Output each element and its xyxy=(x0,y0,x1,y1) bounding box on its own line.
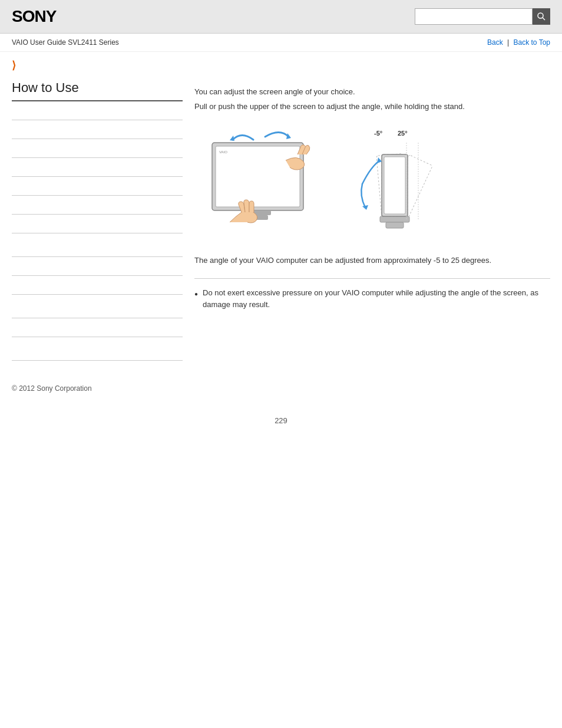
search-area xyxy=(415,8,550,25)
breadcrumb: VAIO User Guide SVL2411 Series xyxy=(12,38,119,47)
sidebar-line xyxy=(12,196,183,215)
nav-bar: VAIO User Guide SVL2411 Series Back | Ba… xyxy=(0,34,562,52)
search-button[interactable] xyxy=(533,8,550,25)
sidebar-line xyxy=(12,295,183,318)
svg-marker-18 xyxy=(377,157,382,163)
page-number: 229 xyxy=(0,404,562,437)
svg-marker-6 xyxy=(286,133,291,139)
monitor-illustration: VAIO xyxy=(194,125,330,243)
angle-illustration: -5° 25° xyxy=(348,125,442,243)
sidebar-line xyxy=(12,215,183,233)
svg-marker-7 xyxy=(230,136,234,141)
sidebar-lines xyxy=(12,101,183,361)
back-to-top-link[interactable]: Back to Top xyxy=(514,38,550,47)
main-content: How to Use You can adjust the screen ang… xyxy=(0,74,562,367)
warning-section: ● Do not exert excessive pressure on you… xyxy=(194,278,550,310)
intro-line1: You can adjust the screen angle of your … xyxy=(194,86,550,98)
warning-text: Do not exert excessive pressure on your … xyxy=(203,287,550,310)
intro-line2: Pull or push the upper of the screen to … xyxy=(194,101,550,113)
svg-rect-3 xyxy=(216,146,300,207)
svg-text:VAIO: VAIO xyxy=(219,150,227,154)
content-intro: You can adjust the screen angle of your … xyxy=(194,86,550,113)
monitor-svg: VAIO xyxy=(194,125,330,243)
svg-rect-12 xyxy=(386,222,404,228)
sidebar-line xyxy=(12,318,183,337)
svg-line-1 xyxy=(543,18,545,20)
sidebar-line xyxy=(12,257,183,276)
chevron-section: ⟩ xyxy=(0,52,562,74)
sidebar-line xyxy=(12,101,183,120)
angle-note: The angle of your VAIO computer can be a… xyxy=(194,255,550,267)
svg-rect-17 xyxy=(384,157,405,214)
warning-item: ● Do not exert excessive pressure on you… xyxy=(194,287,550,310)
search-icon xyxy=(537,12,546,21)
angle-svg: -5° 25° xyxy=(348,125,442,243)
svg-text:-5°: -5° xyxy=(374,130,382,137)
sidebar-line xyxy=(12,276,183,295)
illustrations: VAIO -5° 25° xyxy=(194,125,550,243)
bullet-icon: ● xyxy=(194,289,198,310)
sidebar-line xyxy=(12,139,183,158)
sony-logo: SONY xyxy=(12,7,56,26)
copyright: © 2012 Sony Corporation xyxy=(12,384,92,393)
search-input[interactable] xyxy=(415,8,533,25)
sidebar-line xyxy=(12,158,183,177)
back-link[interactable]: Back xyxy=(487,38,503,47)
content-area: You can adjust the screen angle of your … xyxy=(194,80,550,361)
sidebar: How to Use xyxy=(12,80,183,361)
chevron-right-icon[interactable]: ⟩ xyxy=(12,60,16,71)
header: SONY xyxy=(0,0,562,34)
sidebar-title: How to Use xyxy=(12,80,183,101)
sidebar-line xyxy=(12,337,183,361)
sidebar-line xyxy=(12,120,183,139)
svg-text:25°: 25° xyxy=(398,130,408,137)
nav-links: Back | Back to Top xyxy=(487,38,550,47)
svg-marker-19 xyxy=(362,205,368,210)
nav-separator: | xyxy=(507,38,509,47)
svg-point-0 xyxy=(538,13,543,18)
sidebar-line xyxy=(12,177,183,196)
sidebar-line xyxy=(12,233,183,257)
footer: © 2012 Sony Corporation xyxy=(0,367,562,404)
